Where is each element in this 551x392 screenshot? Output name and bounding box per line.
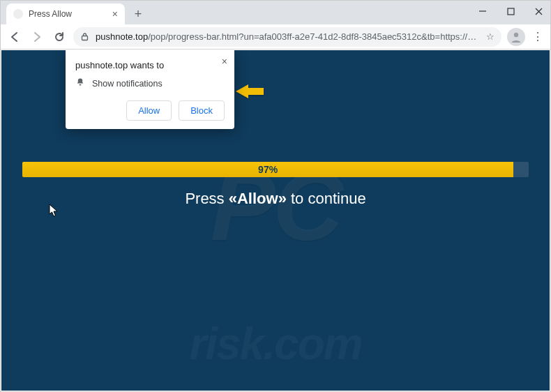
mouse-cursor-icon bbox=[49, 204, 59, 220]
minimize-icon bbox=[478, 7, 487, 15]
bookmark-star-icon[interactable]: ☆ bbox=[486, 31, 495, 42]
page-viewport: PC risk.com 97% Press «Allow» to continu… bbox=[1, 50, 550, 391]
close-icon bbox=[535, 8, 543, 15]
permission-title: pushnote.top wants to bbox=[75, 60, 225, 70]
notification-permission-popup: × pushnote.top wants to Show notificatio… bbox=[66, 50, 234, 129]
svg-rect-1 bbox=[508, 8, 514, 15]
browser-menu-button[interactable]: ⋮ bbox=[531, 30, 545, 43]
tab-favicon bbox=[13, 9, 23, 19]
permission-origin: pushnote.top bbox=[75, 60, 128, 70]
forward-icon bbox=[31, 31, 43, 43]
window-maximize-button[interactable] bbox=[501, 3, 520, 19]
block-button[interactable]: Block bbox=[179, 100, 225, 121]
url-text: pushnote.top/pop/progress-bar.html?un=af… bbox=[96, 31, 481, 42]
instruction-text: Press «Allow» to continue bbox=[1, 190, 550, 208]
progress-label: 97% bbox=[258, 164, 278, 175]
svg-point-5 bbox=[514, 32, 518, 36]
progress-fill: 97% bbox=[22, 162, 513, 177]
svg-rect-4 bbox=[82, 36, 88, 40]
permission-title-suffix: wants to bbox=[128, 60, 164, 70]
back-button[interactable] bbox=[6, 29, 23, 45]
avatar-icon bbox=[509, 30, 523, 44]
instruction-post: to continue bbox=[287, 190, 366, 207]
pointer-arrow-icon bbox=[236, 84, 264, 102]
svg-marker-6 bbox=[236, 84, 264, 98]
reload-button[interactable] bbox=[51, 29, 68, 45]
back-icon bbox=[8, 31, 21, 43]
profile-avatar-button[interactable] bbox=[507, 28, 525, 46]
browser-tab[interactable]: Press Allow × bbox=[6, 3, 125, 24]
url-path: /pop/progress-bar.html?un=afa003ff-a2e7-… bbox=[148, 31, 481, 42]
permission-line: Show notifications bbox=[75, 77, 225, 89]
window-close-button[interactable] bbox=[529, 3, 548, 19]
url-host: pushnote.top bbox=[96, 31, 148, 42]
reload-icon bbox=[53, 31, 66, 43]
browser-toolbar: pushnote.top/pop/progress-bar.html?un=af… bbox=[1, 24, 550, 50]
forward-button[interactable] bbox=[29, 29, 45, 45]
permission-line-text: Show notifications bbox=[92, 79, 163, 89]
instruction-pre: Press bbox=[185, 190, 228, 207]
lock-icon bbox=[80, 32, 90, 42]
maximize-icon bbox=[507, 8, 515, 15]
browser-window: Press Allow × + bbox=[0, 0, 551, 392]
window-controls bbox=[474, 3, 548, 19]
svg-rect-7 bbox=[80, 84, 82, 86]
address-bar[interactable]: pushnote.top/pop/progress-bar.html?un=af… bbox=[73, 27, 501, 47]
progress-bar: 97% bbox=[22, 162, 529, 177]
tab-title: Press Allow bbox=[29, 9, 72, 19]
new-tab-button[interactable]: + bbox=[129, 5, 147, 23]
window-minimize-button[interactable] bbox=[474, 3, 492, 19]
permission-actions: Allow Block bbox=[75, 100, 225, 121]
bell-icon bbox=[75, 77, 85, 89]
permission-close-button[interactable]: × bbox=[222, 56, 227, 67]
allow-button[interactable]: Allow bbox=[126, 100, 172, 121]
instruction-bold: «Allow» bbox=[229, 190, 287, 207]
titlebar: Press Allow × + bbox=[1, 1, 550, 24]
watermark-bottom: risk.com bbox=[189, 318, 361, 370]
tab-close-icon[interactable]: × bbox=[112, 8, 118, 20]
